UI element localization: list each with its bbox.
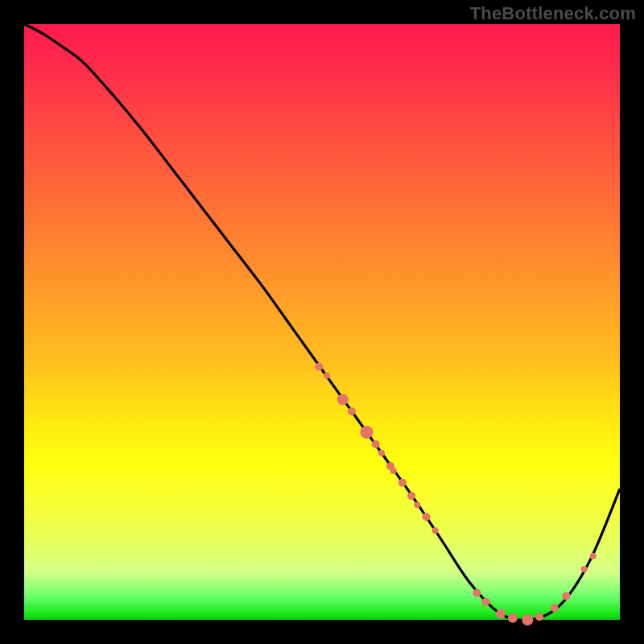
data-point [496, 609, 506, 619]
data-point [551, 604, 559, 612]
data-point [407, 492, 415, 500]
data-point [315, 363, 323, 371]
data-point [562, 592, 570, 600]
data-point [372, 440, 380, 448]
data-point [390, 468, 397, 474]
bottleneck-curve [24, 24, 620, 621]
data-point [348, 407, 356, 415]
data-point [581, 566, 588, 572]
data-point [522, 614, 533, 625]
data-point [414, 502, 420, 508]
plot-area [24, 24, 620, 620]
data-point [361, 426, 374, 439]
data-point [432, 527, 439, 534]
chart-outer: TheBottleneck.com [0, 0, 644, 644]
data-point [508, 613, 518, 623]
data-point [482, 598, 490, 606]
data-point [473, 589, 481, 597]
curve-svg [24, 24, 620, 620]
data-point [423, 513, 431, 521]
data-point [535, 613, 543, 621]
data-point [337, 394, 349, 405]
data-point [590, 553, 597, 559]
data-point [324, 373, 330, 379]
data-point [398, 479, 407, 487]
data-point [378, 450, 385, 456]
watermark-text: TheBottleneck.com [470, 3, 636, 24]
data-points [315, 363, 596, 626]
